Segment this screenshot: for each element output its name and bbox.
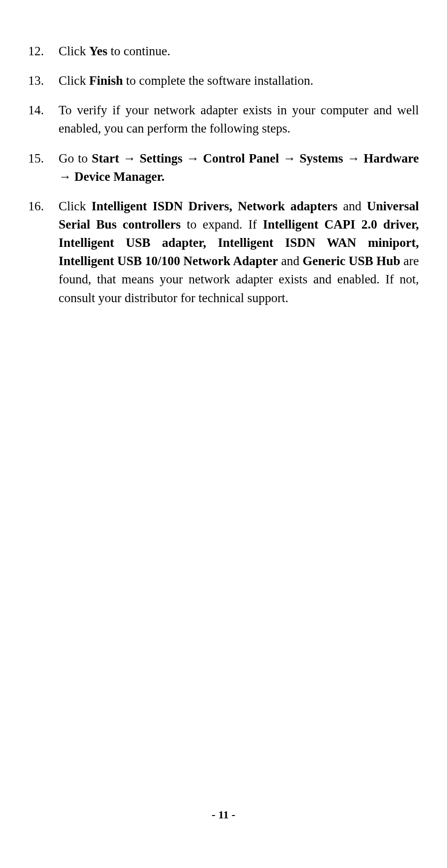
list-item: 12.Click Yes to continue. <box>28 42 419 60</box>
text-span: Device Manager. <box>71 170 164 184</box>
text-span: Settings <box>136 151 186 165</box>
text-span: Start <box>92 151 123 165</box>
text-span: Click <box>59 74 89 88</box>
text-span: Yes <box>89 44 107 58</box>
item-content: Click Finish to complete the software in… <box>59 72 419 90</box>
item-number: 16. <box>28 197 59 307</box>
instruction-list: 12.Click Yes to continue.13.Click Finish… <box>28 42 419 307</box>
text-span: Systems <box>296 151 347 165</box>
item-number: 12. <box>28 42 59 60</box>
text-span: Go to <box>59 151 92 165</box>
text-span: to continue. <box>107 44 170 58</box>
item-content: Go to Start → Settings → Control Panel →… <box>59 149 419 186</box>
list-item: 14.To verify if your network adapter exi… <box>28 101 419 138</box>
list-item: 16.Click Intelligent ISDN Drivers, Netwo… <box>28 197 419 307</box>
text-span: To verify if your network adapter exists… <box>59 103 419 135</box>
list-item: 13.Click Finish to complete the software… <box>28 72 419 90</box>
item-number: 13. <box>28 72 59 90</box>
text-span: and <box>278 254 303 268</box>
text-span: to complete the software installation. <box>123 74 313 88</box>
text-span: Intelligent ISDN Drivers, Network adapte… <box>91 199 337 213</box>
item-number: 15. <box>28 149 59 186</box>
text-span: Click <box>59 199 91 213</box>
item-content: To verify if your network adapter exists… <box>59 101 419 138</box>
item-content: Click Intelligent ISDN Drivers, Network … <box>59 197 419 307</box>
arrow-icon: → <box>283 151 296 165</box>
arrow-icon: → <box>123 151 136 165</box>
text-span: and <box>337 199 367 213</box>
item-content: Click Yes to continue. <box>59 42 419 60</box>
item-number: 14. <box>28 101 59 138</box>
list-item: 15.Go to Start → Settings → Control Pane… <box>28 149 419 186</box>
arrow-icon: → <box>186 151 199 165</box>
text-span: Control Panel <box>199 151 283 165</box>
arrow-icon: → <box>347 151 360 165</box>
page-number: - 11 - <box>0 809 447 821</box>
text-span: Generic USB Hub <box>303 254 401 268</box>
text-span: to expand. If <box>181 217 263 231</box>
text-span: Hardware <box>360 151 419 165</box>
arrow-icon: → <box>59 170 71 184</box>
text-span: Click <box>59 44 89 58</box>
text-span: Finish <box>89 74 123 88</box>
